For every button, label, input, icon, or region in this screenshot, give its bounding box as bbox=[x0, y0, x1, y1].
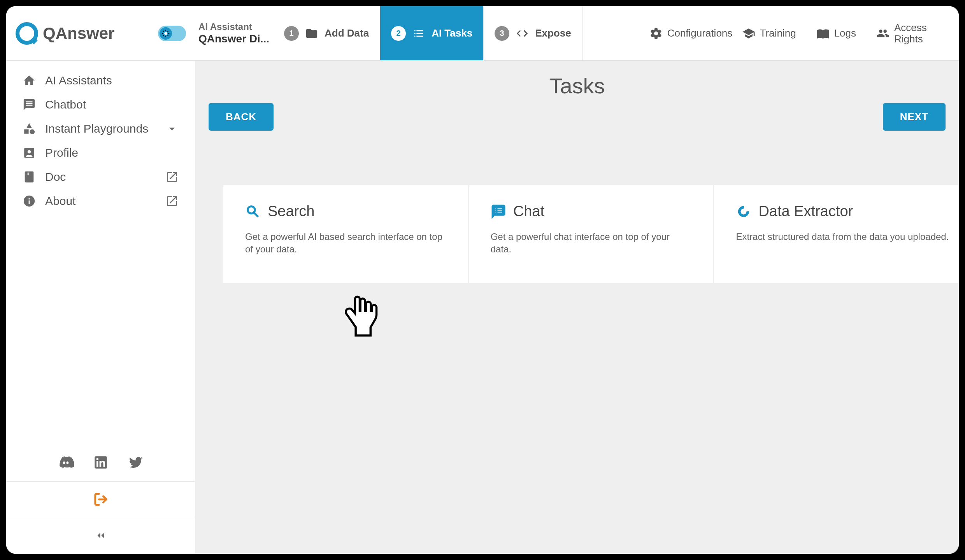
grad-cap-icon bbox=[742, 27, 755, 40]
search-icon bbox=[245, 204, 261, 219]
breadcrumb-parent: AI Assistant bbox=[198, 21, 270, 32]
docbook-icon bbox=[23, 170, 36, 184]
step-label: AI Tasks bbox=[432, 28, 472, 39]
card-description: Get a powerful chat interface on top of … bbox=[491, 231, 691, 256]
list-icon bbox=[411, 26, 426, 41]
top-actions: Configurations Training Logs Access Righ… bbox=[639, 6, 959, 60]
folder-icon bbox=[304, 26, 319, 41]
sidebar-item-profile[interactable]: Profile bbox=[6, 141, 195, 165]
collapse-row bbox=[6, 517, 195, 554]
step-label: Expose bbox=[535, 28, 571, 39]
wizard-steps: 1 Add Data 2 AI Tasks 3 Expose bbox=[273, 6, 639, 60]
sidebar: AI Assistants Chatbot Instant Playground… bbox=[6, 61, 195, 554]
people-icon bbox=[876, 27, 890, 40]
sidebar-item-about[interactable]: About bbox=[6, 189, 195, 213]
sidebar-item-chatbot[interactable]: Chatbot bbox=[6, 93, 195, 117]
sidebar-item-instant-playgrounds[interactable]: Instant Playgrounds bbox=[6, 117, 195, 141]
qanswer-logo-icon bbox=[16, 22, 38, 45]
card-title: Search bbox=[268, 203, 314, 220]
action-logs[interactable]: Logs bbox=[806, 6, 866, 60]
chat-icon bbox=[23, 98, 36, 111]
collapse-icon[interactable] bbox=[94, 529, 107, 542]
breadcrumb: AI Assistant QAnswer Di... bbox=[195, 6, 273, 60]
page-title: Tasks bbox=[195, 73, 959, 98]
card-title: Chat bbox=[513, 203, 544, 220]
step-number: 1 bbox=[284, 26, 299, 41]
card-description: Get a powerful AI based search interface… bbox=[245, 231, 446, 256]
action-training[interactable]: Training bbox=[732, 6, 806, 60]
card-description: Extract structured data from the data yo… bbox=[736, 231, 949, 243]
sun-icon bbox=[161, 29, 170, 38]
linkedin-icon[interactable] bbox=[93, 454, 109, 471]
task-cards: Search Get a powerful AI based search in… bbox=[223, 185, 959, 283]
gear-icon bbox=[649, 27, 663, 40]
action-label: Training bbox=[760, 28, 796, 39]
shapes-icon bbox=[23, 122, 36, 135]
brand-name: QAnswer bbox=[43, 24, 114, 43]
sidebar-item-ai-assistants[interactable]: AI Assistants bbox=[6, 68, 195, 93]
logo-area: QAnswer bbox=[6, 6, 195, 60]
info-icon bbox=[23, 194, 36, 208]
card-title: Data Extractor bbox=[758, 203, 853, 220]
action-label: Logs bbox=[834, 28, 856, 39]
action-access-rights[interactable]: Access Rights bbox=[866, 6, 959, 60]
book-icon bbox=[816, 27, 830, 40]
discord-icon[interactable] bbox=[58, 454, 74, 471]
logout-icon[interactable] bbox=[93, 492, 108, 507]
step-number: 2 bbox=[391, 26, 406, 41]
logout-row bbox=[6, 481, 195, 517]
sidebar-item-label: About bbox=[45, 194, 75, 208]
theme-toggle[interactable] bbox=[158, 26, 186, 41]
step-expose[interactable]: 3 Expose bbox=[484, 6, 583, 60]
code-icon bbox=[515, 26, 530, 41]
breadcrumb-current: QAnswer Di... bbox=[198, 32, 270, 46]
sidebar-item-label: Profile bbox=[45, 146, 78, 159]
step-ai-tasks[interactable]: 2 AI Tasks bbox=[380, 6, 484, 60]
action-configurations[interactable]: Configurations bbox=[639, 6, 732, 60]
sidebar-item-doc[interactable]: Doc bbox=[6, 165, 195, 189]
card-search[interactable]: Search Get a powerful AI based search in… bbox=[223, 185, 468, 283]
sidebar-item-label: Doc bbox=[45, 170, 66, 184]
step-number: 3 bbox=[495, 26, 509, 41]
chat-icon bbox=[491, 204, 506, 219]
card-chat[interactable]: Chat Get a powerful chat interface on to… bbox=[469, 185, 714, 283]
action-label: Access Rights bbox=[894, 22, 949, 44]
twitter-icon[interactable] bbox=[128, 454, 144, 471]
external-link-icon bbox=[165, 194, 179, 208]
next-button[interactable]: NEXT bbox=[883, 103, 946, 131]
external-link-icon bbox=[165, 170, 179, 184]
social-links bbox=[6, 443, 195, 481]
sidebar-item-label: AI Assistants bbox=[45, 74, 112, 87]
step-label: Add Data bbox=[325, 28, 369, 39]
ring-icon bbox=[736, 204, 751, 219]
back-button[interactable]: BACK bbox=[209, 103, 274, 131]
chevron-down-icon bbox=[165, 122, 179, 135]
action-label: Configurations bbox=[667, 28, 722, 39]
person-icon bbox=[23, 146, 36, 159]
sidebar-item-label: Instant Playgrounds bbox=[45, 122, 148, 135]
card-data-extractor[interactable]: Data Extractor Extract structured data f… bbox=[714, 185, 959, 283]
home-icon bbox=[23, 74, 36, 87]
topbar: QAnswer AI Assistant QAnswer Di... 1 Add… bbox=[6, 6, 959, 61]
step-add-data[interactable]: 1 Add Data bbox=[273, 6, 380, 60]
main-content: Tasks BACK NEXT Search Get a powerful AI… bbox=[195, 61, 959, 554]
sidebar-item-label: Chatbot bbox=[45, 98, 86, 111]
